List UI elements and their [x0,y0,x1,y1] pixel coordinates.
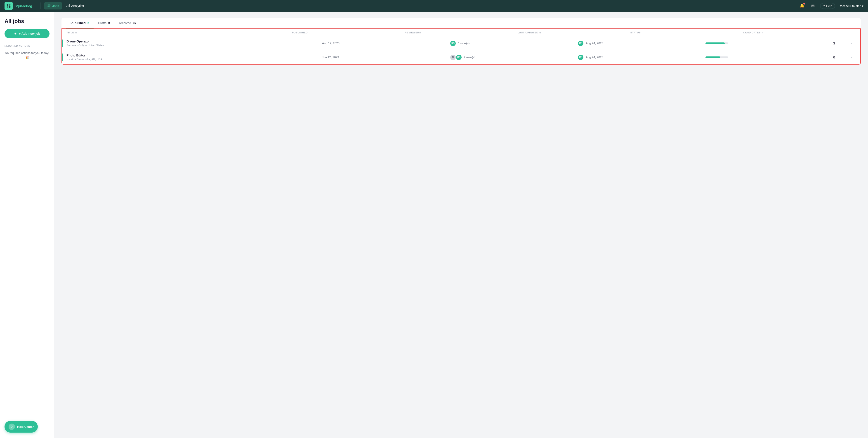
avatar-rs: RS [456,54,462,61]
avatar-n: N [450,54,456,61]
nav-jobs[interactable]: Jobs [44,2,62,9]
add-icon: ＋ [14,32,17,36]
page-title: All jobs [4,18,50,24]
jobs-table: TITLE ⇅ PUBLISHED ↓ REVIEWERS LAST UPDAT… [61,28,861,65]
published-date: Jun 12, 2023 [322,56,450,59]
help-center-label: Help Center [17,425,34,429]
table-row: Photo Editor Hybrid • Bentonville, AR, U… [62,50,860,64]
reviewers-cell: N RS 2 user(s) [450,54,578,61]
svg-rect-7 [48,4,51,4]
page-layout: All jobs ＋ + Add new job REQUIRED ACTION… [0,0,868,438]
row-accent-bar [62,39,63,47]
tab-published-count: 2 [88,22,89,25]
sidebar: All jobs ＋ + Add new job REQUIRED ACTION… [0,12,54,438]
table-header: TITLE ⇅ PUBLISHED ↓ REVIEWERS LAST UPDAT… [62,29,860,36]
help-button[interactable]: ? Help [820,3,835,9]
help-center-icon: ? [8,424,15,430]
last-updated-avatar: RS [578,40,584,46]
candidates-count: 3 [833,41,847,45]
candidates-sort-icon: ⇅ [762,31,764,34]
add-job-label: + Add new job [19,32,40,35]
analytics-icon [66,4,70,8]
svg-rect-1 [9,4,10,6]
job-title-cell[interactable]: Drone Operator Remote • Only in United S… [66,39,322,47]
required-actions-label: REQUIRED ACTIONS [4,45,50,47]
nav-jobs-label: Jobs [52,4,59,8]
reviewers-label: 1 user(s) [458,41,469,45]
main-content: Published 2 Drafts 0 Archived 15 TITLE [54,12,868,438]
table-row: Drone Operator Remote • Only in United S… [62,36,860,50]
th-title[interactable]: TITLE ⇅ [66,31,292,34]
tab-drafts[interactable]: Drafts 0 [94,18,114,28]
svg-rect-9 [68,5,68,7]
th-candidates[interactable]: CANDIDATES ⇅ [743,31,856,34]
logo-icon [4,2,13,10]
status-bar-bg [706,57,728,58]
job-subtitle: Remote • Only in United States [66,44,322,47]
svg-rect-4 [48,5,51,5]
top-navigation: SquarePeg Jobs Analytics 🔔 ✉ ? Help Rach… [0,0,868,12]
th-last-updated[interactable]: LAST UPDATED ⇅ [518,31,630,34]
candidates-count: 0 [833,56,847,59]
messages-button[interactable]: ✉ [809,2,816,9]
title-sort-icon: ⇅ [75,31,77,34]
th-published[interactable]: PUBLISHED ↓ [292,31,405,34]
help-center-button[interactable]: ? Help Center [4,421,38,433]
help-icon: ? [823,4,825,8]
user-menu-button[interactable]: Rachael Stauffer ▾ [839,4,864,8]
svg-rect-0 [7,4,8,6]
nav-analytics[interactable]: Analytics [63,2,87,9]
status-bar-cell [706,42,833,44]
row-grid: Photo Editor Hybrid • Bentonville, AR, U… [66,54,856,61]
tab-drafts-count: 0 [108,22,110,25]
tab-archived-label: Archived [119,21,131,25]
svg-rect-3 [9,6,10,8]
status-bar-cell [706,57,833,58]
reviewers-cell: RS 1 user(s) [450,40,578,46]
last-updated-date: Aug 24, 2023 [586,41,603,45]
avatar-rs: RS [450,40,456,46]
th-status: STATUS [630,31,743,34]
job-subtitle: Hybrid • Bentonville, AR, USA [66,58,322,61]
status-bar-fill [706,42,725,44]
published-sort-icon: ↓ [309,31,310,34]
svg-rect-10 [69,4,70,7]
row-grid: Drone Operator Remote • Only in United S… [66,39,856,47]
job-title-cell[interactable]: Photo Editor Hybrid • Bentonville, AR, U… [66,54,322,61]
job-title: Drone Operator [66,39,322,43]
jobs-icon [47,4,51,8]
tab-archived[interactable]: Archived 15 [114,18,141,28]
tab-archived-count: 15 [133,22,136,25]
notification-badge [803,3,805,4]
user-name: Rachael Stauffer [839,4,861,8]
add-job-button[interactable]: ＋ + Add new job [4,29,50,38]
app-name: SquarePeg [14,4,32,8]
row-accent-bar [62,54,63,61]
main-nav: Jobs Analytics [44,2,798,9]
th-reviewers: REVIEWERS [405,31,518,34]
no-actions-text: No required actions for you today! 🎉 [4,51,50,60]
published-date: Aug 12, 2023 [322,41,450,45]
svg-rect-5 [48,6,51,6]
tab-published[interactable]: Published 2 [66,18,94,28]
last-updated-cell: RS Aug 24, 2023 [578,40,705,46]
chevron-down-icon: ▾ [862,4,864,8]
reviewers-label: 2 user(s) [464,56,475,59]
notifications-button[interactable]: 🔔 [798,2,806,9]
last-updated-cell: RS Aug 24, 2023 [578,54,705,61]
job-title: Photo Editor [66,54,322,57]
app-logo[interactable]: SquarePeg [4,2,32,10]
nav-analytics-label: Analytics [71,4,84,8]
status-bar-fill [706,57,720,58]
last-updated-sort-icon: ⇅ [539,31,541,34]
status-bar-bg [706,42,728,44]
row-menu-button[interactable]: ⋮ [847,41,856,46]
nav-divider [40,2,40,9]
svg-rect-8 [66,6,67,7]
help-label: Help [826,4,832,8]
last-updated-avatar: RS [578,54,584,61]
tab-drafts-label: Drafts [98,21,106,25]
last-updated-date: Aug 24, 2023 [586,56,603,59]
row-menu-button[interactable]: ⋮ [847,55,856,60]
tab-published-label: Published [70,21,86,25]
